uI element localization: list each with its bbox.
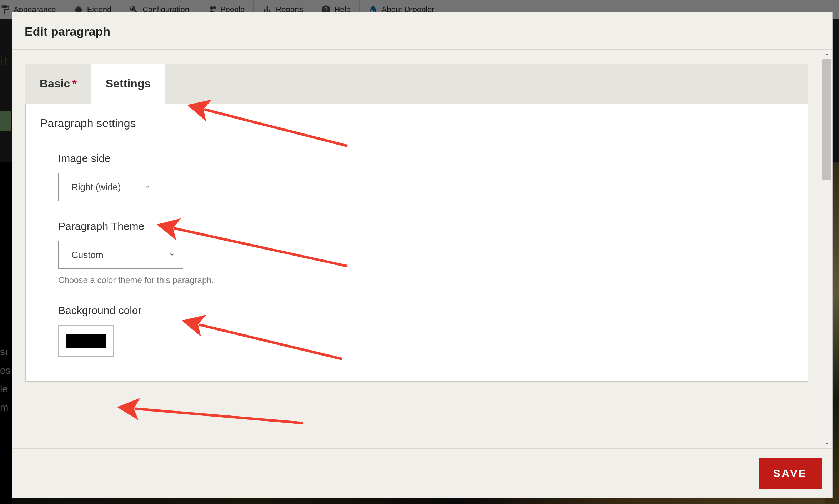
save-button[interactable]: SAVE [759,458,822,489]
image-side-select[interactable]: Right (wide) [58,173,158,201]
scroll-down-button[interactable] [821,439,832,448]
chevron-down-icon [144,182,151,193]
field-label: Image side [58,152,775,165]
field-image-side: Image side Right (wide) [58,152,775,201]
select-value: Right (wide) [71,182,121,193]
edit-paragraph-modal: Edit paragraph Basic * Settings Paragrap… [12,12,833,498]
tab-label: Basic [40,77,70,90]
scroll-up-button[interactable] [821,50,832,59]
modal-footer: SAVE [12,448,832,498]
tabs: Basic * Settings [25,64,808,104]
background-color-picker[interactable] [58,325,114,357]
paragraph-theme-select[interactable]: Custom [58,241,183,269]
chevron-down-icon [169,250,176,261]
field-label: Paragraph Theme [58,220,775,232]
modal-header: Edit paragraph [12,12,832,50]
modal-title: Edit paragraph [25,25,820,39]
modal-body: Basic * Settings Paragraph settings Imag… [12,50,821,448]
scroll-thumb[interactable] [822,59,831,180]
settings-panel: Paragraph settings Image side Right (wid… [25,104,808,382]
section-title: Paragraph settings [40,117,793,130]
tab-basic[interactable]: Basic * [25,64,91,104]
tab-label: Settings [106,77,151,90]
field-label: Background color [58,304,775,317]
settings-fieldset: Image side Right (wide) Paragraph Theme … [40,138,793,371]
scrollbar[interactable] [821,50,832,448]
field-paragraph-theme: Paragraph Theme Custom Choose a color th… [58,220,775,285]
select-value: Custom [71,250,104,261]
tab-settings[interactable]: Settings [91,64,165,104]
field-help: Choose a color theme for this paragraph. [58,275,775,285]
color-preview [66,334,106,348]
field-background-color: Background color [58,304,775,357]
required-marker: * [72,77,76,90]
